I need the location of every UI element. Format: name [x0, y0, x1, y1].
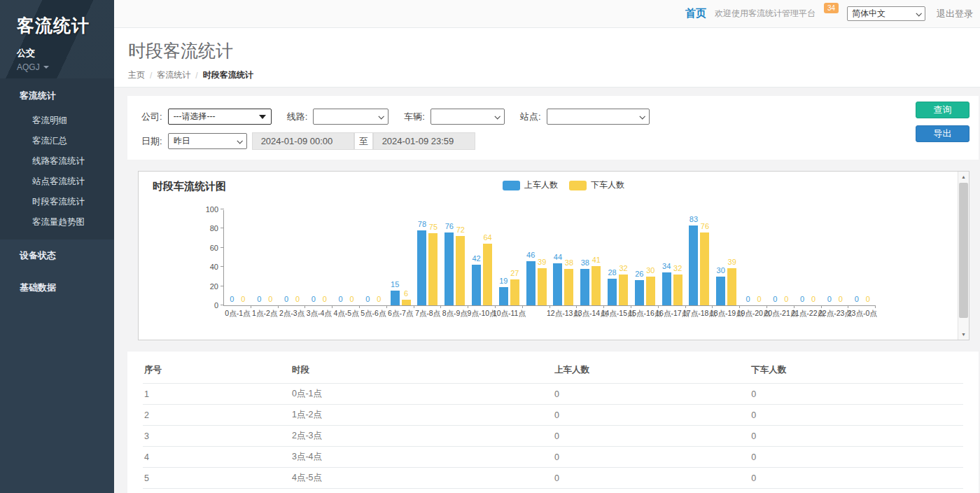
logout-link[interactable]: 退出登录: [937, 8, 973, 20]
x-axis-tick: [658, 305, 659, 308]
bar[interactable]: 78: [417, 230, 426, 305]
bar-group: 0022点-23点: [822, 210, 849, 305]
date-preset-select[interactable]: 昨日: [168, 133, 247, 149]
page-title: 时段客流统计: [128, 39, 980, 62]
bar-value-label: 0: [811, 295, 816, 303]
bar-value-label: 0: [784, 295, 788, 303]
sidebar-subitem[interactable]: 线路客流统计: [0, 151, 114, 172]
bar[interactable]: 64: [483, 244, 492, 305]
chart-title: 时段车流统计图: [153, 180, 226, 193]
bar-value-label: 39: [538, 258, 546, 266]
x-axis-label: 2点-3点: [279, 309, 304, 319]
sidebar-item-base-data[interactable]: 基础数据: [0, 272, 114, 304]
bar[interactable]: 32: [673, 275, 682, 305]
home-link[interactable]: 首页: [685, 7, 706, 20]
bar[interactable]: 44: [553, 263, 562, 305]
bar-value-label: 72: [456, 225, 465, 234]
bar-value-label: 27: [510, 269, 519, 277]
bar[interactable]: 76: [700, 232, 709, 305]
bar-value-label: 76: [445, 222, 454, 230]
breadcrumb-separator: /: [195, 71, 197, 81]
user-menu[interactable]: AQGJ: [17, 62, 114, 72]
x-axis-tick: [821, 305, 822, 308]
export-button[interactable]: 导出: [916, 125, 969, 142]
bar[interactable]: 39: [727, 268, 736, 305]
sidebar-item-device-status[interactable]: 设备状态: [0, 239, 114, 272]
bar-chart: 020406080100000点-1点001点-2点002点-3点003点-4点…: [223, 210, 876, 306]
bar[interactable]: 19: [499, 287, 508, 305]
table-row: 54点-5点00: [143, 468, 963, 489]
bar[interactable]: 76: [444, 232, 454, 305]
station-select[interactable]: [547, 109, 650, 125]
breadcrumb: 主页 / 客流统计 / 时段客流统计: [128, 69, 980, 81]
sidebar-subitem[interactable]: 客流量趋势图: [0, 212, 114, 232]
chart-scrollbar[interactable]: ▲ ▼: [958, 172, 969, 340]
bar[interactable]: 34: [662, 272, 671, 305]
x-axis-tick: [386, 305, 387, 308]
bar-value-label: 0: [800, 295, 804, 303]
bar[interactable]: 27: [510, 279, 519, 305]
breadcrumb-home[interactable]: 主页: [128, 69, 145, 81]
bar-value-label: 19: [499, 277, 507, 285]
bar[interactable]: 28: [608, 279, 617, 305]
bar-group: 001点-2点: [251, 210, 279, 305]
scrollbar-thumb[interactable]: [959, 183, 968, 318]
chevron-down-icon: [379, 113, 384, 119]
company-select[interactable]: ---请选择---: [168, 109, 272, 125]
bar[interactable]: 30: [646, 277, 655, 305]
breadcrumb-passenger-stats[interactable]: 客流统计: [157, 69, 190, 81]
x-axis-tick: [794, 305, 794, 308]
date-from-input[interactable]: 2024-01-09 00:00: [252, 132, 354, 150]
sidebar-subitem[interactable]: 客流汇总: [0, 131, 114, 151]
x-axis-label: 5点-6点: [360, 309, 386, 319]
vehicle-select[interactable]: [430, 109, 505, 125]
table-row: 10点-1点00: [143, 384, 963, 405]
bar[interactable]: 42: [472, 265, 481, 305]
bar[interactable]: 72: [456, 236, 465, 305]
bar[interactable]: 83: [689, 225, 698, 305]
scroll-down-icon[interactable]: ▼: [958, 329, 969, 340]
sidebar-subitem[interactable]: 时段客流统计: [0, 192, 114, 212]
bar[interactable]: 38: [580, 269, 589, 305]
chart-panel: 时段车流统计图 上车人数下车人数 020406080100000点-1点001点…: [138, 171, 969, 340]
sidebar-item-passenger-stats[interactable]: 客流统计: [0, 81, 114, 111]
bar[interactable]: 39: [538, 268, 547, 305]
legend-item[interactable]: 上车人数: [503, 179, 558, 191]
bar[interactable]: 41: [592, 266, 601, 305]
bar[interactable]: 6: [402, 300, 411, 305]
date-to-input[interactable]: 2024-01-09 23:59: [373, 132, 475, 150]
bar-value-label: 0: [284, 295, 288, 303]
bar[interactable]: 46: [526, 261, 536, 305]
x-axis-tick: [631, 305, 631, 308]
chevron-down-icon: [916, 11, 921, 16]
line-select[interactable]: [313, 109, 388, 125]
scroll-up-icon[interactable]: ▲: [958, 172, 969, 182]
sidebar-subitem[interactable]: 站点客流统计: [0, 172, 114, 192]
bar-group: 463911点-12点: [523, 210, 550, 305]
x-axis-tick: [875, 305, 876, 308]
bar[interactable]: 38: [564, 269, 573, 305]
bar-value-label: 0: [827, 295, 832, 303]
language-select[interactable]: 简体中文: [847, 6, 925, 21]
bar-group: 192710点-11点: [496, 210, 523, 305]
table-cell: 4: [143, 447, 290, 468]
notification-badge[interactable]: 34: [824, 3, 839, 13]
query-button[interactable]: 查询: [916, 102, 969, 118]
x-axis-label: 0点-1点: [225, 309, 250, 319]
x-axis-tick: [603, 305, 604, 308]
bar[interactable]: 26: [635, 280, 644, 305]
bar-group: 0019点-20点: [740, 210, 767, 305]
company-label: 公司:: [141, 111, 162, 123]
bar-value-label: 0: [855, 295, 859, 303]
x-axis-tick: [278, 305, 279, 308]
legend-item[interactable]: 下车人数: [569, 179, 624, 191]
bar[interactable]: 32: [619, 275, 628, 305]
org-name: 公交: [17, 47, 114, 60]
bar[interactable]: 75: [428, 233, 438, 305]
sidebar-subitem[interactable]: 客流明细: [0, 111, 114, 131]
bar-value-label: 0: [268, 295, 272, 303]
bar[interactable]: 30: [716, 277, 725, 305]
table-cell: 3点-4点: [290, 447, 553, 468]
bar-value-label: 0: [257, 295, 261, 303]
bar[interactable]: 15: [391, 291, 400, 305]
